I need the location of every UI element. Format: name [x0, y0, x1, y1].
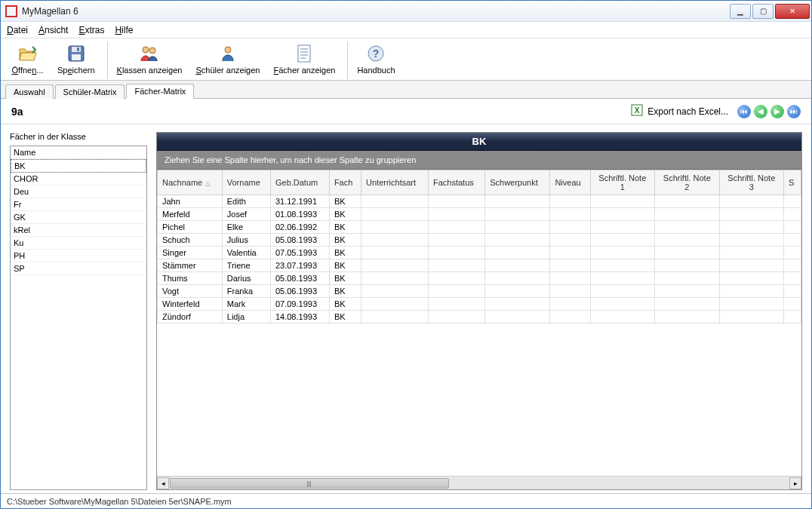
- grid-column-header[interactable]: Schwerpunkt: [485, 170, 550, 195]
- table-cell[interactable]: [590, 195, 655, 208]
- table-cell[interactable]: [590, 234, 655, 247]
- menu-help[interactable]: Hilfe: [115, 25, 133, 35]
- table-cell[interactable]: [590, 259, 655, 272]
- table-cell[interactable]: [485, 208, 550, 221]
- grid-column-header[interactable]: Fachstatus: [428, 170, 484, 195]
- table-cell[interactable]: [428, 285, 484, 298]
- table-cell[interactable]: [550, 298, 590, 311]
- subjects-list-item[interactable]: PH: [11, 250, 146, 262]
- table-cell[interactable]: [428, 272, 484, 285]
- grid-column-header[interactable]: Geb.Datum: [270, 170, 329, 195]
- table-cell[interactable]: BK: [329, 195, 361, 208]
- table-cell[interactable]: BK: [329, 259, 361, 272]
- scroll-right-button[interactable]: ▸: [789, 477, 801, 489]
- table-cell[interactable]: [550, 259, 590, 272]
- tab-subject-matrix[interactable]: Fächer-Matrix: [126, 84, 194, 99]
- table-row[interactable]: ZündorfLidja14.08.1993BK: [158, 311, 801, 323]
- table-cell[interactable]: [428, 234, 484, 247]
- table-cell[interactable]: [655, 195, 720, 208]
- table-cell[interactable]: [361, 285, 429, 298]
- table-cell[interactable]: BK: [329, 298, 361, 311]
- table-cell[interactable]: [590, 298, 655, 311]
- table-cell[interactable]: [655, 221, 720, 234]
- table-cell[interactable]: 05.06.1993: [270, 285, 329, 298]
- table-cell[interactable]: BK: [329, 234, 361, 247]
- subjects-list-item[interactable]: GK: [11, 211, 146, 224]
- scroll-left-button[interactable]: ◂: [157, 477, 169, 489]
- table-cell[interactable]: Thums: [158, 272, 223, 285]
- show-subjects-button[interactable]: Fächer anzeigen: [269, 41, 340, 79]
- table-cell[interactable]: [719, 272, 784, 285]
- table-cell[interactable]: [485, 247, 550, 259]
- subjects-list-item[interactable]: Ku: [11, 237, 146, 250]
- table-cell[interactable]: [784, 247, 801, 259]
- table-row[interactable]: PichelElke02.06.1992BK: [158, 221, 801, 234]
- table-cell[interactable]: 05.08.1993: [270, 234, 329, 247]
- table-cell[interactable]: [655, 285, 720, 298]
- table-cell[interactable]: [361, 272, 429, 285]
- table-cell[interactable]: [485, 221, 550, 234]
- table-row[interactable]: SchuchJulius05.08.1993BK: [158, 234, 801, 247]
- table-cell[interactable]: [485, 272, 550, 285]
- group-drop-area[interactable]: Ziehen Sie eine Spalte hierher, um nach …: [157, 151, 801, 170]
- table-cell[interactable]: [485, 298, 550, 311]
- table-cell[interactable]: [784, 259, 801, 272]
- show-students-button[interactable]: Schüler anzeigen: [191, 41, 264, 79]
- table-cell[interactable]: [655, 208, 720, 221]
- table-row[interactable]: WinterfeldMark07.09.1993BK: [158, 298, 801, 311]
- table-cell[interactable]: [550, 272, 590, 285]
- table-cell[interactable]: BK: [329, 221, 361, 234]
- nav-next-button[interactable]: ▶: [770, 105, 784, 118]
- table-cell[interactable]: [719, 221, 784, 234]
- table-cell[interactable]: Jahn: [158, 195, 223, 208]
- table-cell[interactable]: [550, 285, 590, 298]
- table-cell[interactable]: [719, 311, 784, 323]
- tab-student-matrix[interactable]: Schüler-Matrix: [55, 84, 125, 99]
- subjects-list-item[interactable]: kRel: [11, 224, 146, 237]
- table-cell[interactable]: [719, 298, 784, 311]
- subjects-list[interactable]: Name BKCHORDeuFrGKkRelKuPHSP: [10, 146, 147, 490]
- table-cell[interactable]: [428, 221, 484, 234]
- table-cell[interactable]: [590, 285, 655, 298]
- table-cell[interactable]: BK: [329, 311, 361, 323]
- grid-column-header[interactable]: S: [784, 170, 801, 195]
- table-cell[interactable]: [428, 311, 484, 323]
- table-cell[interactable]: [719, 285, 784, 298]
- table-cell[interactable]: [784, 195, 801, 208]
- menu-view[interactable]: Ansicht: [38, 25, 68, 35]
- table-row[interactable]: StämmerTriene23.07.1993BK: [158, 259, 801, 272]
- table-row[interactable]: MerfeldJosef01.08.1993BK: [158, 208, 801, 221]
- table-cell[interactable]: [655, 311, 720, 323]
- table-cell[interactable]: [719, 247, 784, 259]
- table-cell[interactable]: [550, 208, 590, 221]
- menu-extras[interactable]: Extras: [78, 25, 104, 35]
- table-cell[interactable]: Singer: [158, 247, 223, 259]
- table-cell[interactable]: BK: [329, 247, 361, 259]
- table-cell[interactable]: [719, 195, 784, 208]
- grid-column-header[interactable]: Niveau: [550, 170, 590, 195]
- minimize-button[interactable]: ▁: [730, 4, 751, 19]
- table-cell[interactable]: [655, 247, 720, 259]
- table-cell[interactable]: [485, 195, 550, 208]
- close-button[interactable]: ✕: [775, 4, 810, 19]
- subjects-list-item[interactable]: BK: [11, 159, 146, 173]
- table-cell[interactable]: [550, 195, 590, 208]
- table-cell[interactable]: [784, 234, 801, 247]
- table-cell[interactable]: [485, 311, 550, 323]
- table-cell[interactable]: [485, 234, 550, 247]
- subjects-list-item[interactable]: Fr: [11, 198, 146, 211]
- table-cell[interactable]: [590, 208, 655, 221]
- table-cell[interactable]: [550, 234, 590, 247]
- table-cell[interactable]: 05.08.1993: [270, 272, 329, 285]
- subjects-list-item[interactable]: Deu: [11, 186, 146, 198]
- table-cell[interactable]: Valentia: [222, 247, 270, 259]
- table-cell[interactable]: [361, 234, 429, 247]
- table-row[interactable]: SingerValentia07.05.1993BK: [158, 247, 801, 259]
- grid-column-header[interactable]: Schriftl. Note1: [590, 170, 655, 195]
- grid-column-header[interactable]: Unterrichtsart: [361, 170, 429, 195]
- table-cell[interactable]: [361, 208, 429, 221]
- maximize-button[interactable]: ▢: [752, 4, 774, 19]
- table-cell[interactable]: [655, 272, 720, 285]
- table-cell[interactable]: Stämmer: [158, 259, 223, 272]
- table-cell[interactable]: Merfeld: [158, 208, 223, 221]
